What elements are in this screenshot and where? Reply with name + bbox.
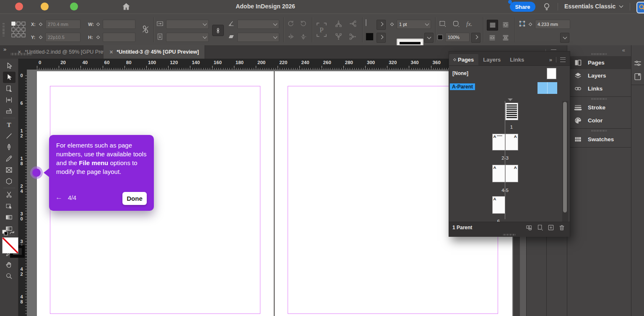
stroke-expand-button[interactable] <box>377 33 386 43</box>
w-stepper[interactable] <box>95 20 101 29</box>
y-stepper[interactable] <box>38 33 43 42</box>
hand-tool[interactable] <box>3 259 16 270</box>
dock-item-swatches[interactable]: Swatches <box>567 133 631 146</box>
shear-angle-combo[interactable] <box>237 33 279 42</box>
dock-group-grip[interactable] <box>567 52 631 56</box>
x-stepper[interactable] <box>38 20 43 29</box>
share-button[interactable]: Share <box>510 2 535 12</box>
h-input[interactable] <box>103 33 135 42</box>
panel-expand-icon[interactable]: » <box>3 46 5 52</box>
parent-a-thumbnail[interactable] <box>538 82 557 94</box>
tab-layers[interactable]: Layers <box>478 54 505 65</box>
lightbulb-icon[interactable] <box>542 2 552 12</box>
tab-links[interactable]: Links <box>505 54 529 65</box>
x-input[interactable]: 270.4 mm <box>45 20 80 29</box>
minimize-window-button[interactable] <box>41 3 49 10</box>
parent-none-thumbnail[interactable] <box>547 68 556 79</box>
page-thumbnail[interactable]: A <box>492 134 505 150</box>
pen-tool[interactable] <box>3 142 16 153</box>
panel-resize-grip[interactable] <box>449 233 570 237</box>
y-input[interactable]: 22p10.5 <box>45 33 80 42</box>
page-thumbnail[interactable]: A <box>505 103 518 120</box>
horizontal-ruler[interactable]: 0204060801001201401601802002202402602803… <box>27 59 449 70</box>
fill-swatch-none-large[interactable] <box>2 237 18 254</box>
select-child-object-button[interactable] <box>349 33 357 41</box>
gap-tool[interactable] <box>3 94 16 106</box>
w-input[interactable] <box>103 20 135 29</box>
select-next-object-button[interactable] <box>335 33 343 41</box>
close-window-button[interactable] <box>15 3 23 10</box>
done-button[interactable]: Done <box>122 192 147 205</box>
panel-grip[interactable] <box>3 23 5 36</box>
stroke-weight-stepper[interactable] <box>389 20 395 29</box>
delete-page-icon[interactable] <box>556 223 567 232</box>
dock-group-grip[interactable] <box>567 97 631 101</box>
fill-swatch-none[interactable] <box>366 19 366 26</box>
wrap-jump-object-button[interactable] <box>500 33 511 43</box>
tab-pages[interactable]: Pages <box>449 54 478 65</box>
dock-item-links[interactable]: Links <box>567 82 631 95</box>
frame-edges-icon[interactable] <box>439 20 447 28</box>
corner-options-icon[interactable] <box>452 20 460 28</box>
dock-item-stroke[interactable]: Stroke <box>567 101 631 114</box>
opacity-expand-button[interactable] <box>471 33 480 43</box>
dock-item-color[interactable]: Color <box>567 114 631 127</box>
parent-none-label[interactable]: [None] <box>452 70 468 76</box>
effects-button[interactable]: fx. <box>466 21 473 28</box>
wrap-around-bounding-box-button[interactable] <box>500 20 511 30</box>
type-tool[interactable] <box>3 119 16 130</box>
select-parent-object-button[interactable] <box>349 20 357 28</box>
rotation-angle-combo[interactable] <box>237 20 279 29</box>
back-arrow-icon[interactable]: ← <box>55 193 62 202</box>
stroke-style-dropdown-button[interactable] <box>424 33 434 43</box>
wrap-none-button[interactable] <box>487 20 498 31</box>
fill-expand-button[interactable] <box>377 20 386 30</box>
workspace-switcher[interactable]: Essentials Classic <box>564 3 623 10</box>
scale-y-combo[interactable] <box>166 33 209 42</box>
flip-horizontal-button[interactable] <box>287 33 295 41</box>
polygon-tool[interactable] <box>3 176 16 187</box>
constrain-dimensions-broken-link-icon[interactable] <box>141 25 150 34</box>
search-icon[interactable] <box>636 2 644 13</box>
panel-expand-icon[interactable]: » <box>549 57 552 63</box>
dock-group-grip[interactable] <box>567 129 631 133</box>
page-tool[interactable] <box>3 83 16 94</box>
pencil-tool[interactable] <box>3 153 16 164</box>
constrain-scale-link-button[interactable] <box>212 25 224 36</box>
dock-item-layers[interactable]: Layers <box>567 69 631 82</box>
page-thumbnail[interactable]: A <box>492 165 505 182</box>
content-collector-tool[interactable] <box>3 106 16 117</box>
zoom-window-button[interactable] <box>70 3 78 10</box>
selection-tool[interactable] <box>3 60 16 72</box>
flip-vertical-button[interactable] <box>299 33 307 41</box>
tab-close-icon[interactable] <box>109 49 113 55</box>
properties-sliders-icon[interactable] <box>633 59 642 68</box>
panel-menu-icon[interactable] <box>560 57 566 62</box>
vertical-ruler[interactable]: 061 21 82 43 03 64 24 8 <box>18 70 27 316</box>
rectangle-frame-tool[interactable] <box>3 164 16 176</box>
new-page-icon[interactable] <box>545 223 556 232</box>
default-fill-stroke-icon[interactable] <box>2 230 15 236</box>
ruler-origin-corner[interactable] <box>18 59 27 70</box>
book-icon[interactable] <box>633 72 642 81</box>
stroke-weight-combo[interactable]: 1 pt <box>397 20 431 29</box>
page-attributes-icon[interactable] <box>535 223 545 232</box>
opacity-input[interactable]: 100% <box>445 33 470 42</box>
free-transform-tool[interactable] <box>3 200 16 212</box>
gradient-swatch-tool[interactable] <box>3 212 16 223</box>
scale-x-combo[interactable] <box>166 20 209 29</box>
spread-6[interactable]: A <box>478 196 532 214</box>
dock-item-pages[interactable]: Pages <box>567 56 631 69</box>
page-thumbnail[interactable]: A <box>505 134 518 150</box>
tab-close-icon[interactable] <box>18 49 21 55</box>
view-pages-icon[interactable] <box>524 223 535 232</box>
home-icon[interactable] <box>121 2 135 12</box>
wrap-around-object-button[interactable] <box>487 33 497 43</box>
line-tool[interactable] <box>3 130 16 142</box>
scissors-tool[interactable] <box>3 189 16 200</box>
direct-selection-tool[interactable] <box>3 72 16 83</box>
corner-shape-dropdown-button[interactable] <box>560 33 569 43</box>
page-thumbnail[interactable]: A <box>492 196 505 214</box>
coachmark-anchor-dot[interactable] <box>32 168 41 177</box>
spread-2-3[interactable]: AA <box>478 134 532 150</box>
